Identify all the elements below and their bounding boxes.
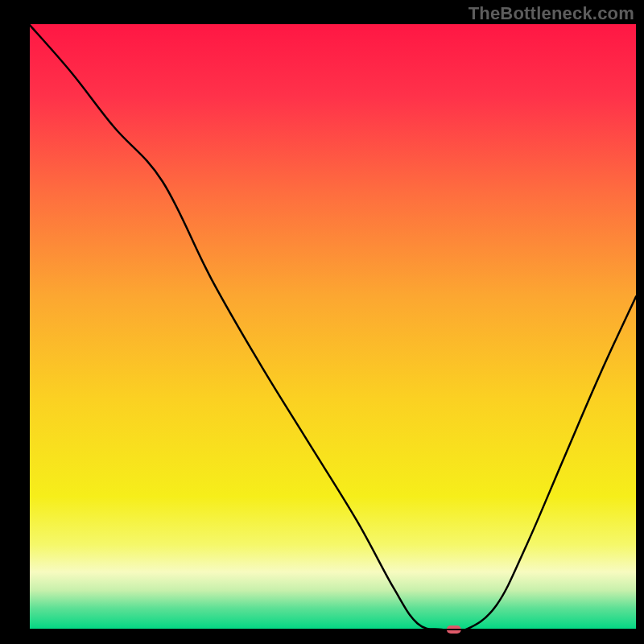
gradient-background — [29, 24, 636, 630]
watermark-text: TheBottleneck.com — [469, 3, 634, 24]
bottleneck-chart — [0, 0, 644, 644]
chart-frame: TheBottleneck.com — [0, 0, 644, 644]
